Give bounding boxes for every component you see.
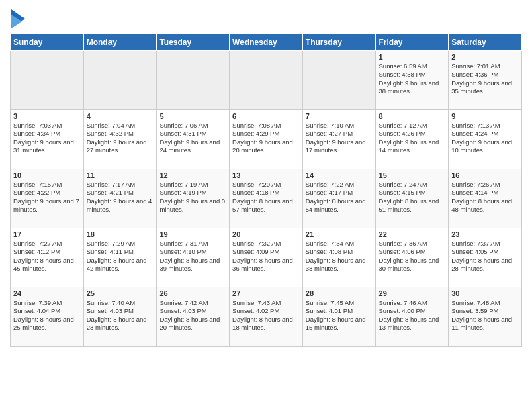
day-info: Sunrise: 7:45 AM: [306, 299, 373, 307]
day-number: 30: [451, 289, 519, 298]
day-info: Sunrise: 7:15 AM: [13, 181, 81, 189]
day-number: 16: [451, 171, 519, 179]
day-info: Daylight: 8 hours and 28 minutes.: [451, 257, 519, 273]
day-info: Sunrise: 7:17 AM: [87, 181, 154, 189]
day-info: Daylight: 8 hours and 13 minutes.: [379, 316, 446, 332]
day-info: Sunrise: 7:37 AM: [451, 240, 519, 248]
calendar-cell: 12Sunrise: 7:19 AMSunset: 4:19 PMDayligh…: [157, 169, 230, 228]
day-info: Sunset: 4:34 PM: [13, 130, 81, 138]
day-info: Sunrise: 7:26 AM: [451, 181, 519, 189]
calendar-cell: 7Sunrise: 7:10 AMSunset: 4:27 PMDaylight…: [302, 110, 375, 169]
day-info: Sunrise: 7:08 AM: [232, 122, 300, 130]
calendar-cell: [11, 51, 84, 110]
day-number: 19: [159, 230, 226, 238]
day-info: Sunset: 4:19 PM: [159, 189, 226, 197]
day-info: Sunrise: 7:43 AM: [232, 299, 300, 307]
calendar-cell: 26Sunrise: 7:42 AMSunset: 4:03 PMDayligh…: [157, 287, 230, 347]
day-info: Sunset: 4:21 PM: [87, 189, 154, 197]
day-info: Daylight: 8 hours and 15 minutes.: [306, 316, 373, 332]
day-info: Daylight: 9 hours and 0 minutes.: [159, 197, 226, 214]
calendar-cell: 21Sunrise: 7:34 AMSunset: 4:08 PMDayligh…: [302, 228, 375, 287]
day-info: Daylight: 9 hours and 27 minutes.: [87, 138, 154, 155]
day-number: 9: [451, 112, 519, 120]
calendar-cell: 5Sunrise: 7:06 AMSunset: 4:31 PMDaylight…: [157, 110, 230, 169]
day-info: Daylight: 9 hours and 10 minutes.: [451, 138, 519, 155]
day-info: Sunset: 3:59 PM: [451, 307, 519, 315]
day-info: Sunset: 4:26 PM: [379, 130, 446, 138]
calendar-cell: 16Sunrise: 7:26 AMSunset: 4:14 PMDayligh…: [449, 169, 522, 228]
day-number: 15: [379, 171, 446, 179]
day-number: 23: [451, 230, 519, 238]
day-number: 2: [451, 53, 519, 61]
calendar-cell: 24Sunrise: 7:39 AMSunset: 4:04 PMDayligh…: [11, 287, 84, 347]
calendar-cell: 9Sunrise: 7:13 AMSunset: 4:24 PMDaylight…: [449, 110, 522, 169]
day-info: Sunset: 4:36 PM: [451, 71, 519, 79]
calendar-cell: 14Sunrise: 7:22 AMSunset: 4:17 PMDayligh…: [302, 169, 375, 228]
day-info: Sunrise: 7:10 AM: [306, 122, 373, 130]
day-info: Sunrise: 6:59 AM: [379, 62, 446, 71]
calendar-cell: 23Sunrise: 7:37 AMSunset: 4:05 PMDayligh…: [449, 228, 522, 287]
day-info: Sunrise: 7:04 AM: [87, 122, 154, 130]
day-number: 21: [306, 230, 373, 238]
day-number: 3: [13, 112, 81, 120]
day-info: Sunrise: 7:36 AM: [379, 240, 446, 248]
day-number: 6: [232, 112, 300, 120]
calendar-cell: 10Sunrise: 7:15 AMSunset: 4:22 PMDayligh…: [11, 169, 84, 228]
calendar-day-header: Tuesday: [157, 34, 230, 51]
day-info: Sunset: 4:29 PM: [232, 130, 300, 138]
day-info: Daylight: 8 hours and 57 minutes.: [232, 197, 300, 214]
calendar-cell: 18Sunrise: 7:29 AMSunset: 4:11 PMDayligh…: [83, 228, 157, 287]
day-info: Sunset: 4:03 PM: [87, 307, 154, 315]
day-number: 11: [87, 171, 154, 179]
day-info: Daylight: 8 hours and 45 minutes.: [13, 257, 81, 273]
logo: [10, 9, 29, 28]
calendar-cell: 13Sunrise: 7:20 AMSunset: 4:18 PMDayligh…: [230, 169, 303, 228]
day-number: 17: [13, 230, 81, 238]
day-number: 27: [232, 289, 300, 298]
calendar-day-header: Sunday: [11, 34, 84, 51]
day-info: Sunrise: 7:39 AM: [13, 299, 81, 307]
day-number: 10: [13, 171, 81, 179]
calendar-cell: 1Sunrise: 6:59 AMSunset: 4:38 PMDaylight…: [375, 51, 449, 110]
day-number: 13: [232, 171, 300, 179]
day-info: Daylight: 9 hours and 7 minutes.: [13, 197, 81, 214]
calendar-cell: 28Sunrise: 7:45 AMSunset: 4:01 PMDayligh…: [302, 287, 375, 347]
day-info: Sunset: 4:24 PM: [451, 130, 519, 138]
day-info: Sunrise: 7:29 AM: [87, 240, 154, 248]
day-info: Sunset: 4:17 PM: [306, 189, 373, 197]
day-number: 5: [159, 112, 226, 120]
day-number: 22: [379, 230, 446, 238]
calendar-day-header: Monday: [83, 34, 157, 51]
calendar-table: SundayMondayTuesdayWednesdayThursdayFrid…: [10, 34, 522, 347]
day-info: Sunset: 4:04 PM: [13, 307, 81, 315]
day-number: 8: [379, 112, 446, 120]
day-number: 28: [306, 289, 373, 298]
day-info: Daylight: 8 hours and 39 minutes.: [159, 257, 226, 273]
day-info: Sunrise: 7:31 AM: [159, 240, 226, 248]
calendar-week-row: 10Sunrise: 7:15 AMSunset: 4:22 PMDayligh…: [11, 169, 522, 228]
day-info: Sunset: 4:12 PM: [13, 248, 81, 256]
calendar-day-header: Saturday: [449, 34, 522, 51]
day-info: Sunset: 4:18 PM: [232, 189, 300, 197]
day-info: Sunset: 4:32 PM: [87, 130, 154, 138]
day-info: Daylight: 8 hours and 42 minutes.: [87, 257, 154, 273]
calendar-cell: 3Sunrise: 7:03 AMSunset: 4:34 PMDaylight…: [11, 110, 84, 169]
day-info: Daylight: 8 hours and 48 minutes.: [451, 197, 519, 214]
day-info: Sunset: 4:31 PM: [159, 130, 226, 138]
day-number: 1: [379, 53, 446, 61]
calendar-cell: 6Sunrise: 7:08 AMSunset: 4:29 PMDaylight…: [230, 110, 303, 169]
calendar-cell: 20Sunrise: 7:32 AMSunset: 4:09 PMDayligh…: [230, 228, 303, 287]
day-info: Sunrise: 7:34 AM: [306, 240, 373, 248]
day-info: Daylight: 9 hours and 14 minutes.: [379, 138, 446, 155]
day-info: Daylight: 8 hours and 23 minutes.: [87, 316, 154, 332]
day-info: Sunset: 4:15 PM: [379, 189, 446, 197]
calendar-cell: 22Sunrise: 7:36 AMSunset: 4:06 PMDayligh…: [375, 228, 449, 287]
day-number: 25: [87, 289, 154, 298]
day-info: Daylight: 8 hours and 36 minutes.: [232, 257, 300, 273]
day-info: Sunset: 4:22 PM: [13, 189, 81, 197]
day-number: 29: [379, 289, 446, 298]
calendar-day-header: Friday: [375, 34, 449, 51]
day-info: Sunrise: 7:19 AM: [159, 181, 226, 189]
calendar-cell: 8Sunrise: 7:12 AMSunset: 4:26 PMDaylight…: [375, 110, 449, 169]
day-info: Sunset: 4:06 PM: [379, 248, 446, 256]
